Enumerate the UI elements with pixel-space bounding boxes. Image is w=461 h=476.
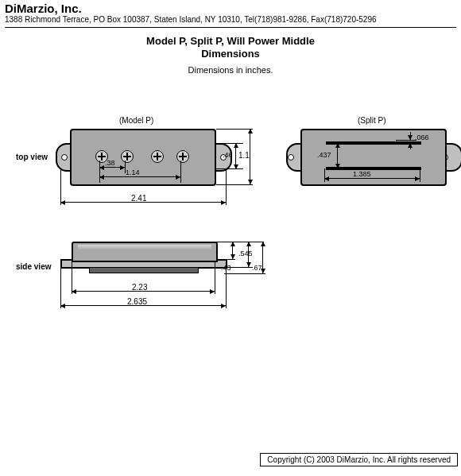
ext-line bbox=[396, 143, 416, 144]
dim-cover-height: .545 bbox=[238, 250, 253, 257]
dim-bar-spacing: .437 bbox=[317, 151, 331, 159]
arrow-up-icon bbox=[408, 143, 413, 148]
ext-line bbox=[60, 269, 61, 308]
dim-line bbox=[324, 178, 420, 179]
ext-line bbox=[216, 259, 235, 260]
sideview-body bbox=[72, 242, 218, 262]
ext-line bbox=[420, 168, 420, 182]
splitp-blade-icon bbox=[326, 167, 421, 170]
ext-line bbox=[216, 168, 243, 169]
ext-line bbox=[180, 161, 181, 183]
hole-icon bbox=[288, 154, 294, 161]
ext-line bbox=[226, 269, 227, 308]
modelp-body-top bbox=[70, 129, 216, 186]
dim-overall-length: 2.635 bbox=[127, 297, 147, 306]
ext-line bbox=[396, 140, 416, 141]
label-model-p: (Model P) bbox=[119, 116, 153, 125]
dim-body-inner-h: .46 bbox=[223, 151, 233, 159]
dim-line bbox=[235, 143, 236, 169]
label-split-p: (Split P) bbox=[358, 116, 386, 125]
dim-bar-thickness: .066 bbox=[415, 134, 429, 141]
company-address: 1388 Richmond Terrace, PO Box 100387, St… bbox=[5, 15, 377, 24]
dim-total-height: .67 bbox=[252, 264, 262, 272]
dim-bar-length: 1.385 bbox=[353, 170, 371, 178]
ext-line bbox=[215, 262, 215, 294]
ext-line bbox=[226, 170, 227, 205]
pole-screw-icon bbox=[121, 150, 134, 163]
ext-line bbox=[216, 143, 243, 144]
dim-line bbox=[250, 129, 250, 184]
page-title: Model P, Split P, Will Power Middle Dime… bbox=[0, 35, 461, 60]
header-rule bbox=[5, 27, 456, 28]
ext-line bbox=[216, 242, 264, 242]
ext-line bbox=[224, 273, 265, 274]
dim-line bbox=[337, 143, 338, 168]
dim-body-width: 2.41 bbox=[131, 194, 146, 203]
dim-screw-spacing-small: .38 bbox=[105, 159, 115, 167]
dim-body-length: 2.23 bbox=[132, 283, 147, 292]
dim-screw-spacing-large: 1.14 bbox=[126, 168, 140, 176]
label-side-view: side view bbox=[16, 262, 51, 271]
arrow-down-icon bbox=[408, 135, 413, 140]
ext-line bbox=[216, 184, 253, 185]
page-subtitle: Dimensions in inches. bbox=[0, 65, 461, 75]
dim-line bbox=[99, 176, 180, 177]
dim-line bbox=[99, 167, 125, 168]
copyright-footer: Copyright (C) 2003 DiMarzio, Inc. All ri… bbox=[260, 453, 458, 466]
dim-line bbox=[232, 242, 233, 259]
dim-line bbox=[262, 242, 263, 273]
pole-screw-icon bbox=[151, 150, 164, 163]
label-top-view: top view bbox=[16, 153, 48, 161]
hole-icon bbox=[61, 154, 68, 161]
dim-body-outer-h: 1.1 bbox=[238, 151, 250, 160]
company-name: DiMarzio, Inc. bbox=[5, 2, 377, 15]
sideview-underbar bbox=[89, 267, 199, 273]
pole-screw-icon bbox=[176, 150, 189, 163]
